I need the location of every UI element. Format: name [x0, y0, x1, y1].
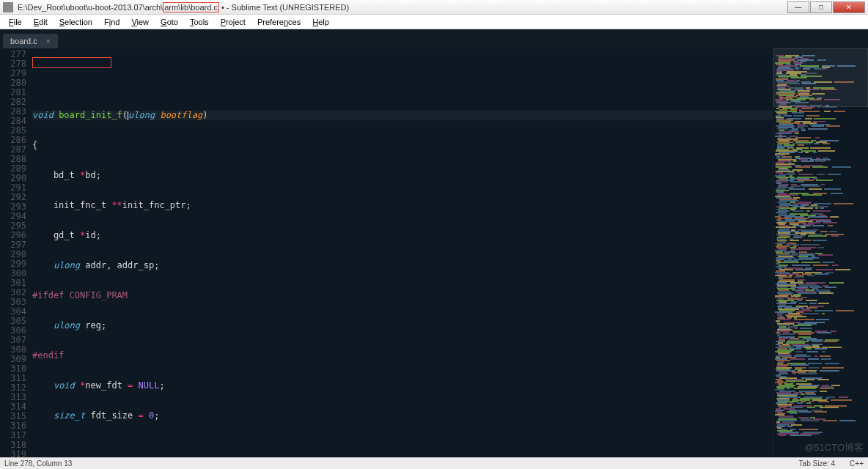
code-line: ulong reg; [32, 321, 773, 330]
menu-tools[interactable]: Tools [184, 16, 215, 28]
menu-bar: File Edit Selection Find View Goto Tools… [0, 15, 868, 29]
tab-label: board.c [10, 37, 37, 45]
code-line: #ifdef CONFIG_PRAM [32, 291, 773, 300]
app-icon [3, 2, 13, 12]
minimize-button[interactable]: — [787, 1, 809, 13]
tab-close-icon[interactable]: × [46, 37, 51, 45]
code-line: void *new_fdt = NULL; [32, 381, 773, 391]
menu-find[interactable]: Find [98, 16, 125, 28]
window-titlebar: E:\Dev_Root\uboot\u-boot-2013.07\arch\ar… [0, 0, 868, 15]
menu-file[interactable]: File [3, 16, 28, 28]
watermark: @51CTO博客 [804, 441, 864, 454]
menu-goto[interactable]: Goto [155, 16, 184, 28]
code-line: gd_t *id; [32, 231, 773, 240]
code-line: bd_t *bd; [32, 171, 773, 180]
menu-project[interactable]: Project [215, 16, 251, 28]
editor-area: 2772782792802812822832842852862872882892… [0, 48, 868, 457]
menu-selection[interactable]: Selection [54, 16, 98, 28]
highlight-box [32, 57, 111, 68]
menu-view[interactable]: View [125, 16, 155, 28]
status-language[interactable]: C++ [850, 459, 864, 468]
minimap-viewport[interactable] [773, 48, 868, 107]
tab-board-c[interactable]: board.c × [3, 34, 58, 48]
code-line [32, 81, 773, 90]
code-line: void board_init_f(ulong bootflag) [32, 111, 773, 120]
code-line: size_t fdt_size = 0; [32, 411, 773, 421]
code-view[interactable]: void board_init_f(ulong bootflag) { bd_t… [32, 48, 773, 457]
code-line: ulong addr, addr_sp; [32, 261, 773, 270]
close-button[interactable]: ✕ [833, 1, 865, 13]
line-gutter[interactable]: 2772782792802812822832842852862872882892… [0, 48, 32, 457]
menu-edit[interactable]: Edit [28, 16, 54, 28]
status-bar: Line 278, Column 13 Tab Size: 4 C++ [0, 457, 868, 469]
maximize-button[interactable]: □ [810, 1, 832, 13]
code-line: #endif [32, 351, 773, 361]
code-line [32, 441, 773, 451]
menu-help[interactable]: Help [306, 16, 335, 28]
status-cursor-pos[interactable]: Line 278, Column 13 [4, 459, 72, 468]
text-cursor [128, 111, 128, 120]
code-line: { [32, 141, 773, 150]
code-line: init_fnc_t **init_fnc_ptr; [32, 201, 773, 210]
tab-bar: board.c × [0, 29, 868, 48]
status-tab-size[interactable]: Tab Size: 4 [799, 459, 835, 468]
window-title: E:\Dev_Root\uboot\u-boot-2013.07\arch\ar… [18, 3, 787, 12]
menu-preferences[interactable]: Preferences [251, 16, 306, 28]
window-controls: — □ ✕ [787, 1, 865, 13]
title-highlight: arm\lib\board.c [163, 2, 219, 12]
minimap[interactable] [773, 48, 868, 457]
